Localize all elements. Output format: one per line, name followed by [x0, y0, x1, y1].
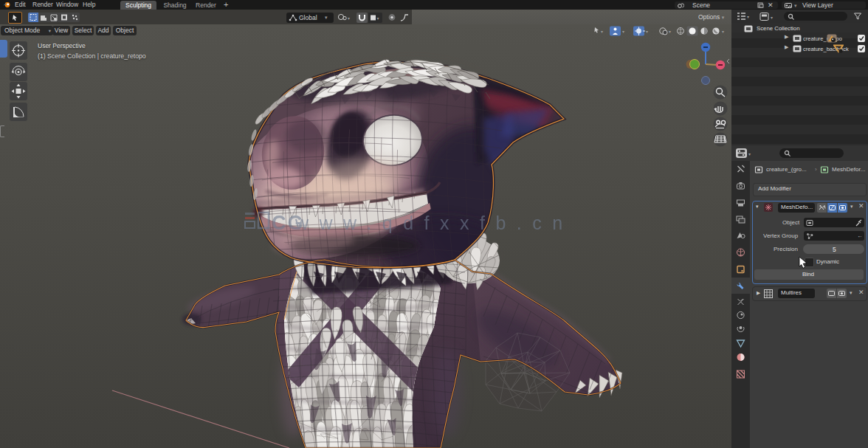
svg-text:▾: ▾ — [348, 16, 350, 21]
svg-text:▾: ▾ — [748, 152, 751, 156]
svg-text:▾: ▾ — [646, 30, 648, 34]
svg-text:▾: ▾ — [771, 15, 773, 20]
svg-text:▾: ▾ — [669, 30, 671, 34]
svg-text:▾: ▾ — [622, 30, 624, 34]
svg-text:▾: ▾ — [722, 30, 724, 34]
svg-text:▾: ▾ — [747, 15, 749, 19]
svg-text:▾: ▾ — [377, 16, 379, 21]
svg-text:▾: ▾ — [601, 30, 603, 34]
svg-text:www.qdfxxfb.cn: www.qdfxxfb.cn — [294, 213, 574, 233]
